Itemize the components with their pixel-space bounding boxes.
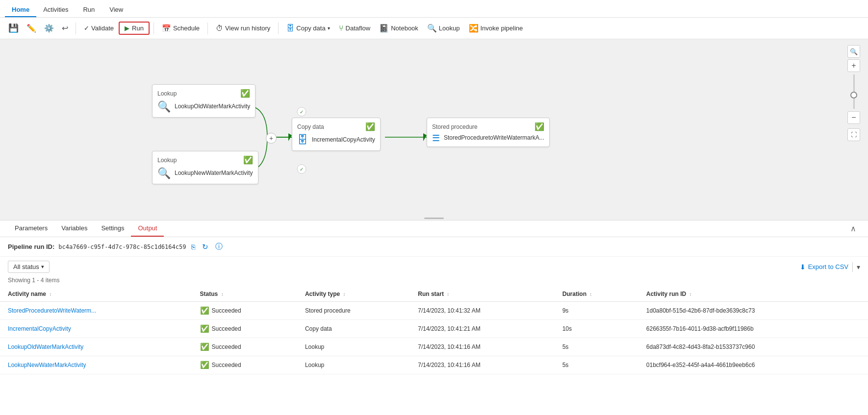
tab-parameters[interactable]: Parameters — [8, 220, 54, 237]
schedule-button[interactable]: 📅 Schedule — [158, 22, 204, 35]
edit-button[interactable]: ✏️ — [23, 21, 40, 35]
refresh-button[interactable]: ↻ — [201, 243, 210, 251]
node-lookup2-check: ✅ — [243, 155, 253, 165]
export-csv-button[interactable]: ⬇ Export to CSV — [800, 263, 848, 271]
canvas-collapse-handle[interactable] — [424, 216, 444, 220]
svg-marker-0 — [288, 133, 292, 141]
separator4 — [278, 23, 279, 34]
svg-point-4 — [297, 165, 306, 173]
col-activity-name[interactable]: Activity name ↕ — [0, 287, 192, 302]
dataflow-label: Dataflow — [346, 24, 371, 32]
export-options-button[interactable]: ▾ — [857, 263, 860, 271]
svg-marker-1 — [423, 133, 427, 141]
node-lookup2[interactable]: Lookup ✅ 🔍 LookupNewWaterMarkActivity — [152, 151, 258, 184]
invoke-pipeline-button[interactable]: 🔀 Invoke pipeline — [465, 21, 527, 35]
node-lookup1-check: ✅ — [240, 89, 250, 98]
separator3 — [207, 23, 208, 34]
separator2 — [153, 23, 154, 34]
add-activity-button[interactable]: + — [266, 133, 277, 144]
cell-activity-name[interactable]: LookupNewWaterMarkActivity — [0, 356, 192, 374]
tab-settings[interactable]: Settings — [94, 220, 131, 237]
sort-run-start: ↕ — [447, 292, 449, 297]
cell-activity-type: Copy data — [297, 320, 410, 338]
cell-run-start: 7/14/2023, 10:41:32 AM — [410, 302, 554, 320]
node-copydata-icon: 🗄 — [297, 134, 308, 146]
settings-button[interactable]: ⚙️ — [41, 21, 57, 35]
tab-variables[interactable]: Variables — [54, 220, 94, 237]
run-history-icon: ⏱ — [216, 24, 223, 32]
copy-data-chevron: ▾ — [328, 25, 330, 31]
col-activity-run-id[interactable]: Activity run ID ↕ — [638, 287, 868, 302]
zoom-in-button[interactable]: + — [847, 59, 860, 72]
schedule-label: Schedule — [173, 24, 200, 32]
cell-activity-name[interactable]: StoredProceduretoWriteWaterm... — [0, 302, 192, 320]
node-storedproc-type: Stored procedure — [432, 123, 478, 130]
tab-view[interactable]: View — [102, 3, 130, 17]
tab-home[interactable]: Home — [5, 3, 36, 17]
status-filter-dropdown[interactable]: All status ▾ — [8, 261, 50, 273]
pipeline-canvas: ✓ ✓ ✓ + Lookup ✅ 🔍 LookupOldWaterMarkAct… — [0, 39, 868, 220]
info-button[interactable]: ⓘ — [214, 242, 224, 251]
node-lookup1[interactable]: Lookup ✅ 🔍 LookupOldWaterMarkActivity — [152, 84, 255, 118]
filter-row: All status ▾ ⬇ Export to CSV ▾ — [0, 257, 868, 277]
cell-duration: 10s — [555, 320, 638, 338]
col-run-start[interactable]: Run start ↕ — [410, 287, 554, 302]
panel-collapse-button[interactable]: ∧ — [846, 222, 860, 235]
search-canvas-button[interactable]: 🔍 — [847, 45, 860, 58]
undo-button[interactable]: ↩ — [58, 21, 72, 35]
run-button[interactable]: ▶ Run — [119, 22, 150, 35]
sort-duration: ↕ — [589, 292, 592, 297]
copy-run-id-button[interactable]: ⎘ — [190, 243, 197, 251]
cell-status: ✅Succeeded — [192, 302, 297, 320]
zoom-slider-thumb[interactable] — [850, 92, 857, 98]
notebook-button[interactable]: 📓 Notebook — [375, 21, 422, 35]
cell-status: ✅Succeeded — [192, 356, 297, 374]
cell-run-start: 7/14/2023, 10:41:16 AM — [410, 338, 554, 356]
cell-activity-name[interactable]: IncrementalCopyActivity — [0, 320, 192, 338]
sort-status: ↕ — [221, 292, 224, 297]
col-duration[interactable]: Duration ↕ — [555, 287, 638, 302]
output-table: Activity name ↕ Status ↕ Activity type ↕… — [0, 287, 868, 374]
copy-data-label: Copy data — [296, 24, 325, 32]
cell-duration: 5s — [555, 356, 638, 374]
node-lookup2-type: Lookup — [157, 157, 177, 164]
output-table-container: Activity name ↕ Status ↕ Activity type ↕… — [0, 287, 868, 374]
tab-output[interactable]: Output — [131, 220, 164, 237]
node-lookup1-type: Lookup — [157, 90, 177, 97]
node-copydata-label: IncrementalCopyActivity — [312, 136, 375, 144]
copy-data-icon: 🗄 — [286, 24, 294, 33]
zoom-out-button[interactable]: − — [847, 111, 860, 124]
col-activity-type[interactable]: Activity type ↕ — [297, 287, 410, 302]
panel-tabs: Parameters Variables Settings Output ∧ — [0, 220, 868, 237]
validate-button[interactable]: ✓ Validate — [80, 22, 118, 34]
view-run-history-button[interactable]: ⏱ View run history — [212, 22, 274, 35]
showing-count: Showing 1 - 4 items — [0, 277, 868, 287]
cell-duration: 9s — [555, 302, 638, 320]
cell-run-start: 7/14/2023, 10:41:16 AM — [410, 356, 554, 374]
dataflow-button[interactable]: ⑂ Dataflow — [335, 22, 375, 35]
panel-tab-group: Parameters Variables Settings Output — [8, 220, 164, 237]
run-label: Run — [132, 24, 144, 32]
lookup-button[interactable]: 🔍 Lookup — [423, 21, 464, 35]
validate-checkmark: ✓ — [84, 24, 89, 32]
copy-data-button[interactable]: 🗄 Copy data ▾ — [282, 22, 333, 35]
fit-screen-button[interactable]: ⛶ — [847, 128, 860, 141]
view-run-history-label: View run history — [225, 24, 270, 32]
node-storedproc[interactable]: Stored procedure ✅ ☰ StoredProceduretoWr… — [427, 118, 550, 147]
pipeline-run-id-row: Pipeline run ID: bc4a7669-c95f-4d7c-978c… — [0, 237, 868, 257]
zoom-slider-track[interactable] — [853, 74, 855, 109]
run-icon: ▶ — [125, 24, 129, 32]
tab-activities[interactable]: Activities — [36, 3, 75, 17]
col-status[interactable]: Status ↕ — [192, 287, 297, 302]
cell-activity-type: Stored procedure — [297, 302, 410, 320]
nav-tabs: Home Activities Run View — [0, 0, 868, 18]
node-lookup2-icon: 🔍 — [157, 167, 171, 180]
save-button[interactable]: 💾 — [5, 21, 22, 36]
separator1 — [76, 23, 76, 34]
cell-activity-run-id: 1d0a80bf-515d-42b6-87df-bde3639c8c73 — [638, 302, 868, 320]
export-separator — [852, 262, 853, 272]
node-copydata[interactable]: Copy data ✅ 🗄 IncrementalCopyActivity — [292, 118, 381, 151]
invoke-pipeline-icon: 🔀 — [469, 24, 479, 33]
tab-run[interactable]: Run — [76, 3, 102, 17]
cell-activity-name[interactable]: LookupOldWaterMarkActivity — [0, 338, 192, 356]
